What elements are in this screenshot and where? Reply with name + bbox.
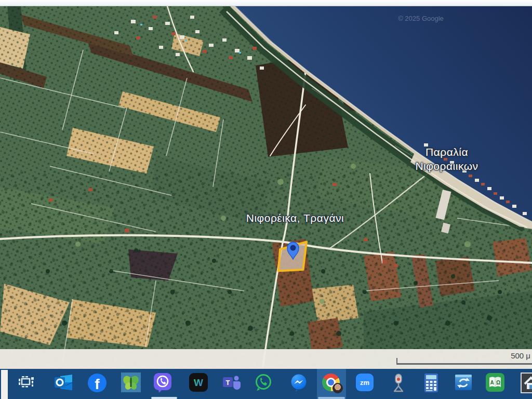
taskbar-outlook[interactable]	[51, 373, 75, 396]
place-label-niforeika: Νιφορέικα, Τραγάνι	[228, 212, 363, 224]
taskbar-left-strip	[1, 370, 8, 399]
taskbar-teams[interactable]: T	[219, 373, 243, 396]
taskbar-butterfly-app[interactable]	[119, 373, 143, 396]
taskbar-home-app[interactable]	[521, 373, 532, 396]
sync-icon	[454, 373, 473, 392]
zoom-icon: zm	[356, 374, 374, 391]
calculator-icon	[422, 373, 441, 393]
taskbar-calculator[interactable]	[419, 373, 443, 396]
map-watermark: © 2025 Google	[398, 15, 444, 22]
taskbar: f	[0, 369, 532, 399]
taskbar-webex[interactable]: W	[187, 373, 210, 396]
browser-edge-strip	[0, 0, 532, 6]
webex-icon: W	[189, 373, 208, 392]
taskbar-sync[interactable]	[451, 373, 475, 396]
outlook-icon	[53, 373, 74, 392]
chrome-icon	[322, 374, 340, 391]
task-view-button[interactable]	[14, 373, 38, 396]
viber-icon	[153, 373, 172, 393]
svg-text:W: W	[194, 377, 203, 388]
taskbar-chrome[interactable]	[319, 373, 343, 396]
profile-avatar	[332, 383, 343, 393]
messenger-icon	[289, 373, 309, 392]
place-label-paralia: Παραλία Νιφοραιικων	[388, 145, 506, 173]
task-view-icon	[16, 373, 36, 392]
whatsapp-icon	[254, 373, 273, 392]
viber-running-indicator	[151, 397, 177, 399]
taskbar-whatsapp[interactable]	[251, 373, 275, 396]
taskbar-messenger[interactable]	[287, 373, 311, 396]
taskbar-viber[interactable]	[151, 373, 175, 396]
taskbar-dictionary[interactable]: A Ω	[483, 373, 507, 396]
taskbar-facebook[interactable]: f	[85, 373, 109, 396]
svg-text:Ω: Ω	[496, 380, 500, 385]
teams-icon: T	[221, 373, 242, 392]
facebook-icon: f	[88, 374, 107, 392]
chrome-running-indicator	[318, 397, 345, 399]
home-icon	[521, 373, 532, 393]
taskbar-voice-recorder[interactable]	[387, 373, 410, 396]
svg-text:A: A	[490, 380, 494, 385]
dictionary-icon: A Ω	[485, 373, 505, 392]
screen: © 2025 Google Παραλία Νιφοραιικων Νιφορέ…	[0, 0, 532, 399]
svg-text:T: T	[226, 379, 230, 387]
microphone-icon	[389, 373, 408, 393]
satellite-map[interactable]: © 2025 Google	[0, 0, 532, 369]
map-scale-label: 500 μ	[511, 351, 530, 360]
butterfly-icon	[121, 373, 141, 392]
taskbar-zoom[interactable]: zm	[353, 373, 377, 396]
